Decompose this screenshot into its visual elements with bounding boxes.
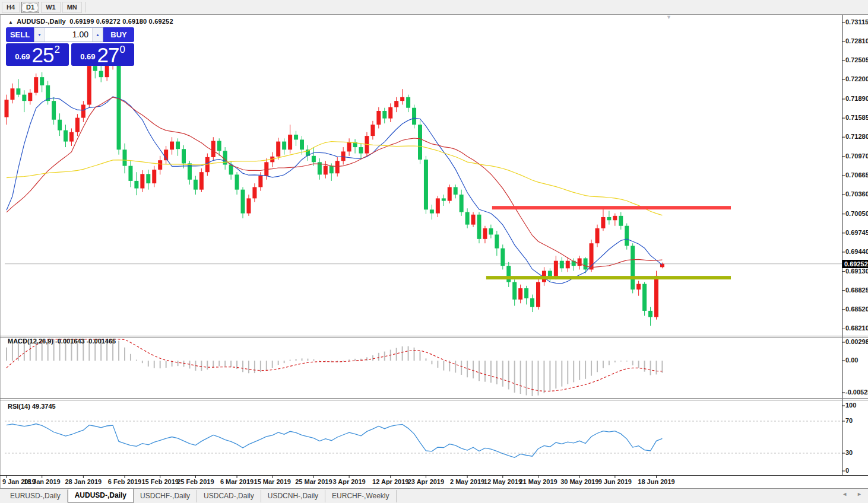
axis-ticks: [7, 23, 845, 478]
candle: [288, 125, 292, 153]
candle: [199, 168, 204, 192]
tab-scroll-left-icon[interactable]: ◄: [842, 491, 847, 497]
candle: [128, 161, 132, 187]
price-axis-label: 0.70050: [845, 210, 868, 217]
candle: [460, 190, 464, 216]
price-axis-label: 0.71280: [845, 133, 868, 140]
candle: [376, 107, 381, 129]
candle: [282, 138, 286, 154]
candle: [40, 72, 44, 93]
date-axis-label: 9 Jun 2019: [596, 478, 634, 485]
macd-axis-label: -0.005256: [845, 389, 868, 396]
horizontal-lines-layer: [486, 206, 731, 279]
date-axis-label: 18 Jan 2019: [23, 478, 61, 485]
candle: [536, 278, 540, 310]
date-axis-label: 15 Feb 2019: [141, 478, 179, 485]
tab-scroll-right-icon[interactable]: ►: [857, 491, 862, 497]
tab-audusd-daily[interactable]: AUDUSD-,Daily: [68, 488, 134, 503]
buy-price-prefix: 0.69: [80, 52, 95, 61]
sell-price-big: 25: [31, 46, 53, 65]
macd-layer: [7, 339, 662, 396]
candle: [477, 212, 481, 244]
timeframe-button-mn[interactable]: MN: [62, 2, 82, 13]
buy-button[interactable]: BUY: [103, 27, 134, 42]
candle: [158, 156, 162, 175]
candle: [642, 282, 647, 316]
tab-eurchf-weekly[interactable]: EURCHF-,Weekly: [325, 490, 396, 502]
candle: [211, 137, 216, 161]
date-axis-label: 28 Jan 2019: [64, 478, 102, 485]
price-axis-label: 0.68825: [845, 286, 868, 294]
sell-button[interactable]: SELL: [6, 27, 34, 42]
date-axis-label: 12 May 2019: [484, 478, 522, 485]
candle: [10, 84, 14, 104]
rsi-axis-label: 100: [845, 402, 868, 409]
chart-title: ▲AUDUSD-,Daily 0.69199 0.69272 0.69180 0…: [8, 18, 173, 25]
panel-collapse-arrow-icon[interactable]: ▼: [666, 14, 671, 20]
rsi-axis-label: 70: [845, 417, 868, 424]
candle: [140, 170, 144, 192]
resistance-line[interactable]: [492, 206, 731, 209]
candle: [22, 90, 26, 112]
buy-price-display[interactable]: 0.69 27 0: [71, 43, 134, 66]
candle: [81, 101, 85, 122]
candle: [134, 172, 138, 195]
sell-price-display[interactable]: 0.69 25 2: [6, 43, 69, 66]
candle: [182, 145, 186, 168]
chart-canvas[interactable]: [0, 0, 868, 503]
volume-increase-button[interactable]: ▲: [92, 28, 103, 42]
chart-area: ▲AUDUSD-,Daily 0.69199 0.69272 0.69180 0…: [0, 0, 868, 503]
tab-usdchf-daily[interactable]: USDCHF-,Daily: [134, 490, 197, 502]
candle: [648, 307, 652, 326]
candle: [5, 95, 9, 125]
tab-usdcnh-daily[interactable]: USDCNH-,Daily: [261, 490, 325, 502]
candle: [454, 184, 458, 198]
symbol-tabs: EURUSD-,DailyAUDUSD-,DailyUSDCHF-,DailyU…: [4, 489, 397, 503]
trading-terminal-window: H4D1W1MN ▲AUDUSD-,Daily 0.69199 0.69272 …: [0, 0, 868, 503]
price-axis-label: 0.72810: [845, 37, 868, 44]
candle: [123, 144, 127, 174]
candle: [595, 225, 600, 247]
candle: [75, 114, 80, 136]
candle: [64, 125, 68, 147]
candle: [495, 231, 499, 256]
candle: [270, 152, 274, 167]
rsi-axis-label: 0: [845, 467, 868, 474]
candle: [436, 196, 440, 217]
date-axis-label: 6 Mar 2019: [218, 478, 256, 485]
timeframe-button-d1[interactable]: D1: [21, 2, 39, 13]
candle: [530, 295, 534, 312]
candle: [87, 62, 91, 108]
candle: [52, 97, 56, 125]
candle: [117, 59, 121, 155]
collapse-triangle-icon[interactable]: ▲: [8, 20, 13, 25]
date-axis-label: 2 May 2019: [448, 478, 486, 485]
rsi-axis-label: 30: [845, 449, 868, 456]
volume-decrease-button[interactable]: ▼: [34, 28, 45, 42]
timeframe-button-w1[interactable]: W1: [41, 2, 61, 13]
candle: [548, 268, 552, 282]
tab-eurusd-daily[interactable]: EURUSD-,Daily: [4, 490, 68, 502]
support-line[interactable]: [486, 276, 731, 279]
candle: [306, 145, 310, 161]
date-axis-label: 23 Apr 2019: [407, 478, 445, 485]
volume-stepper: ▼ 1.00 ▲: [34, 27, 103, 42]
candle: [512, 279, 517, 305]
candle: [424, 156, 428, 214]
tab-usdcad-daily[interactable]: USDCAD-,Daily: [197, 490, 261, 502]
candle: [46, 81, 50, 104]
date-axis-label: 6 Feb 2019: [106, 478, 144, 485]
candle: [370, 121, 375, 140]
candle: [566, 257, 570, 272]
candle: [442, 195, 446, 206]
candle: [412, 104, 416, 128]
candle: [400, 89, 404, 104]
price-axis-label: 0.68210: [845, 324, 868, 332]
candle: [560, 257, 564, 272]
timeframe-button-h4[interactable]: H4: [2, 2, 20, 13]
price-axis-label: 0.72505: [845, 56, 868, 63]
candle: [170, 137, 174, 154]
candle: [353, 139, 357, 153]
volume-input[interactable]: 1.00: [45, 28, 92, 42]
date-axis-label: 15 Mar 2019: [254, 478, 292, 485]
